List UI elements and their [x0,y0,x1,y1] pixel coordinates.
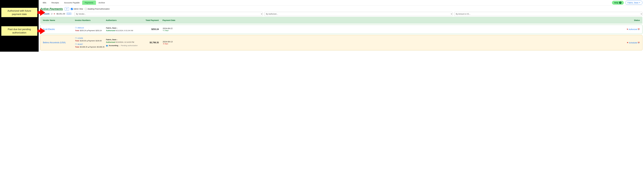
caret-right-icon: ▶ [87,40,88,42]
invoice-link[interactable]: 361807 [78,43,83,45]
caret-right-icon: ▶ [88,46,89,48]
invoice-total-label: Total: [75,46,80,48]
callout-pastdue: Past due but pending authorization [1,26,37,36]
tab-bills[interactable]: Bills [40,1,49,5]
caret-right-icon: ▷ [119,45,120,46]
annotation-sidebar: Authorized with future payment date Past… [0,0,39,52]
invoice-payment-label: Payment: [90,46,96,48]
auth-status: Authorized [106,41,115,43]
status-flag-icon: ⚑ [627,42,628,44]
calendar-icon[interactable]: 📅 [638,42,640,44]
date-delta: +1 days [163,29,184,31]
export-xlsx-button[interactable]: XLSX [66,13,71,15]
payment-date: 2024-08-13 [163,41,184,43]
col-invoices[interactable]: Invoice Numbers [75,19,106,21]
col-status[interactable]: Status [184,19,640,21]
user-name: Fabris, Sean [628,2,638,4]
col-total[interactable]: Total Payment [144,19,159,21]
status-text[interactable]: Authorized [629,28,637,30]
tab-receipts[interactable]: Receipts [49,1,62,5]
filter-authorizer[interactable]: By Authorizer... [264,12,452,16]
invoice-total: $5,698.35 [80,46,88,48]
vendor-link[interactable]: Belimo Aircontrols (USA) [43,41,66,44]
document-icon: ❐ [75,43,77,45]
col-vendor[interactable]: Vendor Name [43,19,75,21]
pending-status: Pending authorization [121,45,138,46]
invoice-payment: $5,698.35 [97,46,104,48]
authorizer-name: Fabris, Sean [106,39,116,41]
invoice-payment-label: Payment: [88,30,95,32]
col-authorizers[interactable]: Authorizers [106,19,144,21]
help-button[interactable]: Help ? [612,1,624,5]
caret-right-icon[interactable]: ▷ [117,39,118,40]
count-value: 2 [51,13,52,15]
col-date[interactable]: Payment Date [159,19,184,21]
status-text[interactable]: Scheduled [629,42,637,44]
payment-date: 2024-08-22 [163,27,184,29]
tab-accounts-payable[interactable]: Accounts Payable [62,1,82,5]
row-total: $253.24 [151,28,159,30]
awaiting-auth-input[interactable] [85,8,87,10]
status-flag-icon: ⚑ [626,28,628,30]
table-row[interactable]: Scott Electric ❐ 3580120 Total: $253.24 … [40,25,642,34]
invoice-total-label: Total: [75,30,80,32]
group-icon: 👥 [106,45,108,46]
caret-right-icon: ▶ [54,13,55,15]
auth-status: Authorized [106,30,115,32]
admin-view-checkbox[interactable]: Admin View [71,8,83,10]
admin-view-input[interactable] [71,8,73,10]
filter-amount[interactable]: By Amount or ID... [454,12,642,16]
callout-text: Past due but pending authorization [8,28,31,34]
tab-archive[interactable]: Archive [96,1,108,5]
awaiting-auth-checkbox[interactable]: Awaiting Final Authorization [85,8,110,10]
total-amount: $6,051.59 [56,13,65,15]
help-label: Help [614,2,618,4]
authorizer-name: Fabris, Sean [106,27,116,29]
admin-view-label: Admin View [74,8,83,10]
arrow-icon [40,28,45,34]
tab-bar: Bills Receipts Accounts Payable Payments… [40,0,642,6]
auth-timestamp: 8/21/2024, 9:31:04 AM [116,30,133,32]
filter-vendor[interactable]: By Vendor... [74,12,263,16]
invoice-total-label: Total: [75,40,80,42]
callout-future: Authorized with future payment date [1,8,37,17]
invoice-link[interactable]: 3580120 [78,27,84,29]
auth-timestamp: 8/13/2024, 12:14:03 PM [116,41,134,43]
invoice-total: $100.00 [80,40,86,42]
arrow-icon [40,9,45,16]
calendar-icon[interactable]: 📅 [638,28,640,30]
awaiting-auth-label: Awaiting Final Authorization [88,8,110,10]
invoice-payment: $100.00 [96,40,102,42]
document-icon: ❐ [75,27,77,29]
invoice-payment-label: Payment: [88,40,95,42]
user-menu[interactable]: Fabris, Sean ▼ [625,1,642,5]
chevron-down-icon: ▼ [639,2,640,3]
table-header: Vendor Name Invoice Numbers Authorizers … [40,17,642,24]
table-row[interactable]: Belimo Aircontrols (USA) ❐ 123456 Total:… [40,35,642,50]
date-delta: -8 days [163,43,184,45]
caret-right-icon[interactable]: ▷ [117,27,118,29]
document-icon: ❐ [75,37,77,39]
callout-text: Authorized with future payment date [8,10,31,16]
row-total: $5,798.35 [150,41,159,44]
help-icon: ? [619,2,622,4]
refresh-button[interactable]: ⟳ [65,7,69,11]
invoice-total: $253.24 [80,30,86,32]
pending-group: Accounting [109,45,118,46]
tab-payments[interactable]: Payments [82,1,96,5]
invoice-payment: $253.24 [96,30,102,32]
invoice-link[interactable]: 123456 [78,37,83,39]
caret-right-icon: ▶ [87,30,88,31]
